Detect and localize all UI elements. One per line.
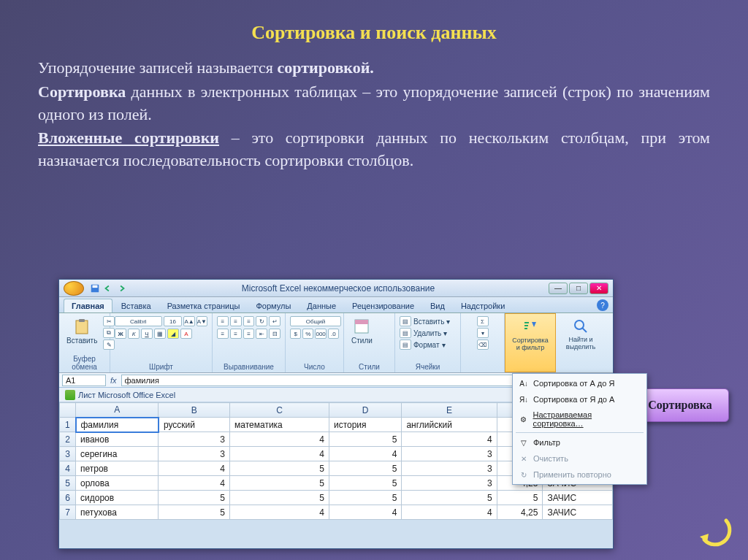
indent-dec-icon[interactable]: ⇤	[256, 329, 267, 339]
cell[interactable]: 5	[230, 461, 329, 476]
cell[interactable]: 3	[402, 447, 497, 461]
tab-home[interactable]: Главная	[64, 299, 112, 312]
cell[interactable]: русский	[159, 418, 230, 432]
cell[interactable]: 4	[159, 476, 230, 491]
tab-review[interactable]: Рецензирование	[345, 299, 421, 312]
inc-dec-icon[interactable]: .0	[328, 329, 339, 339]
number-format-box[interactable]: Общий	[290, 316, 341, 326]
cell[interactable]: петров	[76, 461, 159, 476]
cell[interactable]: орлова	[76, 476, 159, 491]
cell[interactable]: 3	[402, 461, 497, 476]
wrap-icon[interactable]: ↵	[269, 316, 280, 326]
tab-formulas[interactable]: Формулы	[248, 299, 298, 312]
corner-cell[interactable]	[60, 403, 76, 418]
align-center-icon[interactable]: ≡	[230, 329, 242, 339]
cell[interactable]: иванов	[76, 432, 159, 447]
shrink-font-icon[interactable]: A▼	[196, 316, 207, 326]
cell[interactable]: 3	[159, 447, 230, 461]
nav-back-arrow[interactable]	[694, 515, 732, 547]
border-icon[interactable]: ▦	[154, 329, 166, 339]
cell[interactable]: 3	[402, 476, 497, 491]
cell[interactable]: 5	[230, 491, 329, 505]
cell[interactable]: 4	[159, 461, 230, 476]
cell[interactable]: 4	[230, 505, 329, 520]
italic-icon[interactable]: К	[128, 329, 140, 339]
col-E[interactable]: E	[402, 403, 497, 418]
cell[interactable]: сидоров	[76, 491, 159, 505]
merge-icon[interactable]: ⊟	[269, 329, 280, 339]
minimize-button[interactable]: —	[549, 283, 568, 294]
font-name-box[interactable]: Calibri	[115, 316, 162, 326]
cell[interactable]: история	[329, 418, 401, 432]
underline-icon[interactable]: Ч	[141, 329, 153, 339]
orient-icon[interactable]: ↻	[256, 316, 267, 326]
cell[interactable]: 5	[159, 505, 230, 520]
maximize-button[interactable]: □	[569, 283, 588, 294]
cell[interactable]: 5	[329, 491, 401, 505]
bold-icon[interactable]: Ж	[115, 329, 126, 339]
name-box[interactable]: A1	[62, 375, 106, 386]
office-button[interactable]	[64, 281, 84, 296]
dd-custom-sort[interactable]: ⚙Настраиваемая сортировка…	[513, 407, 646, 431]
cell[interactable]: 4	[402, 432, 497, 447]
redo-icon[interactable]	[116, 283, 126, 294]
grow-font-icon[interactable]: A▲	[183, 316, 194, 326]
paste-button[interactable]: Вставить	[64, 316, 100, 346]
col-C[interactable]: C	[230, 403, 329, 418]
font-color-icon[interactable]: A	[180, 329, 192, 339]
currency-icon[interactable]: $	[290, 329, 301, 339]
styles-button[interactable]: Стили	[348, 316, 375, 346]
col-D[interactable]: D	[329, 403, 401, 418]
cell[interactable]: математика	[230, 418, 329, 432]
cell[interactable]: петухова	[76, 505, 159, 520]
undo-icon[interactable]	[103, 283, 113, 294]
fill-color-icon[interactable]: ◢	[167, 329, 179, 339]
cell[interactable]: 4	[230, 447, 329, 461]
dd-sort-za[interactable]: Я↓Сортировка от Я до А	[513, 391, 646, 407]
percent-icon[interactable]: %	[302, 329, 313, 339]
cell[interactable]: 5	[159, 491, 230, 505]
cells-insert[interactable]: ▤Вставить ▾	[400, 316, 456, 326]
dd-filter[interactable]: ▽Фильтр	[513, 434, 646, 450]
autosum-icon[interactable]: Σ	[477, 316, 489, 326]
comma-icon[interactable]: 000	[315, 329, 326, 339]
cell[interactable]: 4,25	[497, 505, 543, 520]
align-mid-icon[interactable]: ≡	[230, 316, 242, 326]
align-bot-icon[interactable]: ≡	[243, 316, 255, 326]
cell[interactable]: 5	[329, 476, 401, 491]
col-B[interactable]: B	[159, 403, 230, 418]
cells-delete[interactable]: ▤Удалить ▾	[400, 328, 456, 338]
group-sort-filter[interactable]: Сортировка и фильтр	[505, 313, 556, 372]
align-left-icon[interactable]: ≡	[217, 329, 229, 339]
col-A[interactable]: A	[76, 403, 159, 418]
save-icon[interactable]	[90, 283, 100, 294]
cell[interactable]: 3	[159, 432, 230, 447]
align-right-icon[interactable]: ≡	[243, 329, 255, 339]
cell[interactable]: 4	[230, 432, 329, 447]
cell[interactable]: 5	[402, 491, 497, 505]
dd-sort-az[interactable]: A↓Сортировка от А до Я	[513, 375, 646, 391]
tab-data[interactable]: Данные	[299, 299, 343, 312]
close-button[interactable]: ✕	[589, 283, 608, 294]
tab-insert[interactable]: Вставка	[114, 299, 159, 312]
cell[interactable]: 4	[402, 505, 497, 520]
cell[interactable]: фамилия	[76, 418, 159, 432]
tab-addins[interactable]: Надстройки	[454, 299, 512, 312]
help-icon[interactable]: ?	[597, 299, 608, 311]
fill-icon[interactable]: ▾	[477, 328, 489, 338]
fx-label[interactable]: fx	[110, 376, 117, 385]
cell[interactable]: английский	[402, 418, 497, 432]
cell[interactable]: 4	[329, 447, 401, 461]
clear-icon[interactable]: ⌫	[477, 340, 489, 350]
tab-view[interactable]: Вид	[423, 299, 452, 312]
cell[interactable]: 5	[497, 491, 543, 505]
cell[interactable]: ЗАЧИС	[543, 491, 613, 505]
align-top-icon[interactable]: ≡	[217, 316, 229, 326]
cell[interactable]: 4	[329, 505, 401, 520]
cell[interactable]: 5	[329, 432, 401, 447]
cell[interactable]: 5	[230, 476, 329, 491]
tab-layout[interactable]: Разметка страницы	[160, 299, 248, 312]
cell[interactable]: 5	[329, 461, 401, 476]
group-find[interactable]: Найти и выделить	[556, 313, 606, 372]
cell[interactable]: серегина	[76, 447, 159, 461]
